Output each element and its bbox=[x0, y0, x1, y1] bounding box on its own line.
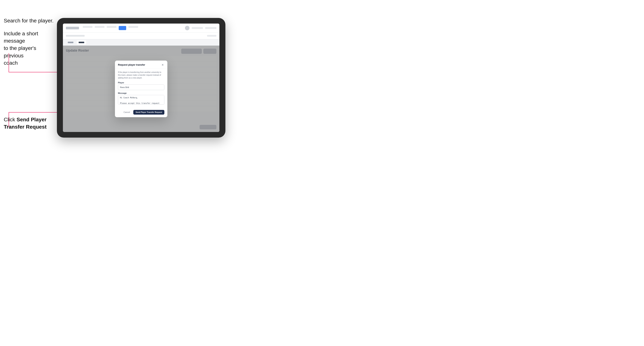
send-transfer-button[interactable]: Send Player Transfer Request bbox=[133, 110, 164, 115]
header-text-1 bbox=[192, 27, 203, 29]
arrow-bottom-vertical-left bbox=[8, 112, 9, 127]
tab-label-1 bbox=[68, 42, 74, 43]
sub-header-right bbox=[207, 35, 216, 37]
modal-description: If the player is transferring from anoth… bbox=[118, 71, 164, 79]
modal-body: If the player is transferring from anoth… bbox=[115, 69, 167, 110]
cancel-button[interactable]: Cancel bbox=[122, 110, 132, 114]
modal-title: Request player transfer bbox=[118, 63, 145, 66]
app-logo bbox=[66, 27, 79, 29]
main-content: Update Roster bbox=[63, 46, 220, 132]
annotation-message: Include a short message to the player's … bbox=[4, 30, 52, 67]
tab-bar bbox=[63, 39, 220, 46]
annotation-click: Click Send Player Transfer Request bbox=[4, 116, 47, 131]
app-header bbox=[63, 23, 220, 32]
nav-item-1[interactable] bbox=[83, 26, 92, 28]
sub-header bbox=[63, 32, 220, 39]
header-right bbox=[185, 26, 216, 30]
header-text-2 bbox=[205, 27, 216, 29]
nav-item-active[interactable] bbox=[119, 26, 126, 30]
nav-item-3[interactable] bbox=[107, 26, 116, 28]
modal-close-button[interactable]: ✕ bbox=[161, 63, 164, 67]
tablet-device: Update Roster bbox=[57, 18, 226, 138]
annotation-search: Search for the player. bbox=[4, 18, 54, 24]
header-avatar bbox=[185, 26, 190, 30]
message-textarea[interactable]: Hi Coach McHarg, Please accept this tran… bbox=[118, 95, 164, 105]
modal-dialog: Request player transfer ✕ If the player … bbox=[115, 61, 167, 117]
sub-header-text bbox=[66, 35, 84, 37]
tab-item-active[interactable] bbox=[77, 40, 86, 44]
nav-item-2[interactable] bbox=[95, 26, 104, 28]
tablet-screen: Update Roster bbox=[63, 23, 220, 132]
tab-label-active bbox=[79, 42, 84, 43]
player-field-label: Player bbox=[118, 81, 164, 84]
modal-header: Request player transfer ✕ bbox=[115, 61, 167, 69]
arrow-vertical-left-top bbox=[8, 53, 9, 72]
nav-items bbox=[83, 26, 138, 30]
nav-item-4[interactable] bbox=[128, 26, 138, 28]
message-field-label: Message bbox=[118, 92, 164, 94]
modal-overlay: Request player transfer ✕ If the player … bbox=[63, 46, 220, 132]
modal-footer: Cancel Send Player Transfer Request bbox=[115, 110, 167, 117]
tab-item-1[interactable] bbox=[66, 40, 75, 44]
player-input[interactable] bbox=[118, 84, 164, 90]
